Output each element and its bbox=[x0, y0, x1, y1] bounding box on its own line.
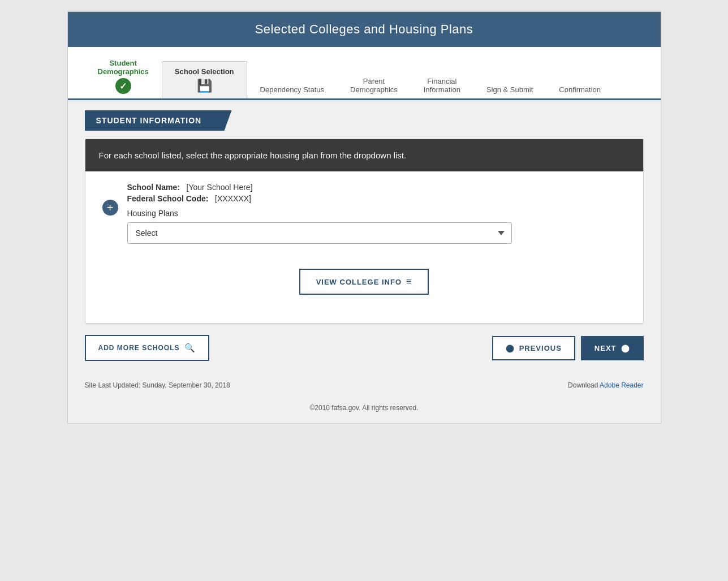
next-label: NEXT bbox=[595, 344, 617, 352]
school-name-label: School Name: bbox=[127, 183, 180, 192]
school-code-label: Federal School Code: bbox=[127, 194, 209, 203]
school-entry: + School Name: [Your School Here] Federa… bbox=[85, 171, 643, 323]
copyright-text: ©2010 fafsa.gov. All rights reserved. bbox=[68, 398, 661, 423]
add-school-icon-button[interactable]: + bbox=[102, 200, 118, 216]
view-college-wrap: VIEW COLLEGE INFO ≡ bbox=[102, 244, 626, 306]
next-arrow-icon: ⬤ bbox=[621, 344, 630, 352]
completed-icon: ✓ bbox=[115, 78, 131, 94]
main-content: STUDENT INFORMATION For each school list… bbox=[68, 100, 661, 372]
nav-right: ⬤ PREVIOUS NEXT ⬤ bbox=[492, 336, 644, 360]
housing-select-wrapper: Select On Campus Off Campus With Parent bbox=[127, 222, 512, 244]
content-box: For each school listed, select the appro… bbox=[85, 139, 644, 324]
previous-label: PREVIOUS bbox=[519, 344, 562, 352]
section-banner: STUDENT INFORMATION bbox=[85, 110, 232, 131]
add-more-schools-button[interactable]: ADD MORE SCHOOLS 🔍 bbox=[85, 335, 209, 361]
active-tab-icon: 💾 bbox=[196, 78, 212, 94]
tab-school-selection[interactable]: School Selection 💾 bbox=[162, 61, 247, 98]
view-college-info-button[interactable]: VIEW COLLEGE INFO ≡ bbox=[299, 269, 429, 295]
tab-confirmation[interactable]: Confirmation bbox=[546, 79, 614, 98]
last-updated-text: Site Last Updated: Sunday, September 30,… bbox=[85, 381, 230, 389]
adobe-reader-link[interactable]: Adobe Reader bbox=[600, 381, 643, 389]
search-icon: 🔍 bbox=[184, 343, 196, 353]
school-name-line: School Name: [Your School Here] bbox=[127, 183, 626, 192]
school-code-line: Federal School Code: [XXXXXX] bbox=[127, 194, 626, 203]
tab-parent-demographics[interactable]: ParentDemographics bbox=[337, 71, 411, 98]
view-college-info-label: VIEW COLLEGE INFO bbox=[316, 278, 402, 286]
adobe-reader-download: Download Adobe Reader bbox=[568, 381, 643, 389]
housing-plans-label: Housing Plans bbox=[127, 209, 626, 218]
tab-financial-information[interactable]: FinancialInformation bbox=[411, 71, 473, 98]
next-button[interactable]: NEXT ⬤ bbox=[581, 336, 644, 360]
tab-student-demographics[interactable]: StudentDemographics ✓ bbox=[85, 53, 162, 98]
page-title: Selected Colleges and Housing Plans bbox=[68, 12, 661, 47]
prev-arrow-icon: ⬤ bbox=[506, 344, 515, 352]
school-details: School Name: [Your School Here] Federal … bbox=[127, 183, 626, 244]
school-name-value: [Your School Here] bbox=[187, 183, 253, 192]
school-code-value: [XXXXXX] bbox=[215, 194, 251, 203]
tabs-nav: StudentDemographics ✓ School Selection 💾… bbox=[68, 47, 661, 100]
bottom-nav: ADD MORE SCHOOLS 🔍 ⬤ PREVIOUS NEXT ⬤ bbox=[85, 335, 644, 361]
tab-sign-submit[interactable]: Sign & Submit bbox=[473, 79, 546, 98]
instruction-text: For each school listed, select the appro… bbox=[85, 139, 643, 171]
previous-button[interactable]: ⬤ PREVIOUS bbox=[492, 336, 575, 360]
tab-dependency-status[interactable]: Dependency Status bbox=[247, 79, 337, 98]
list-icon: ≡ bbox=[406, 277, 412, 287]
add-more-schools-label: ADD MORE SCHOOLS bbox=[98, 344, 180, 352]
housing-plans-select[interactable]: Select On Campus Off Campus With Parent bbox=[127, 222, 512, 244]
footer: Site Last Updated: Sunday, September 30,… bbox=[68, 372, 661, 398]
